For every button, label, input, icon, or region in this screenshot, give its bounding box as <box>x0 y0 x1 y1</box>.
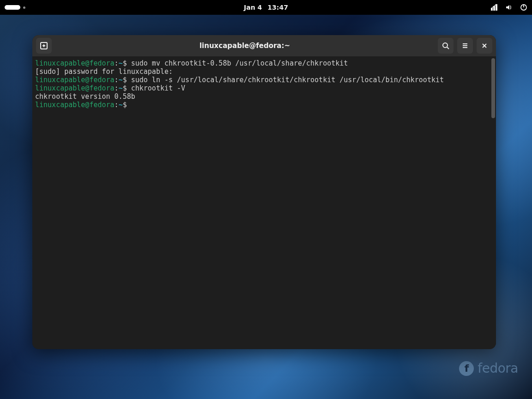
terminal-line: linuxcapable@fedora:~$ <box>35 101 493 109</box>
new-tab-button[interactable] <box>36 38 52 54</box>
activities-pill-icon <box>5 5 20 10</box>
topbar-time: 13:47 <box>267 4 288 11</box>
command-text: chkrootkit -V <box>127 84 185 92</box>
topbar-date: Jan 4 <box>244 4 262 11</box>
prompt-sep: : <box>115 59 119 67</box>
prompt-path: ~ <box>119 59 123 67</box>
output-text: [sudo] password for linuxcapable: <box>35 67 177 76</box>
terminal-titlebar: linuxcapable@fedora:~ <box>32 35 496 56</box>
fedora-watermark: f fedora <box>459 361 518 376</box>
prompt-symbol: $ <box>123 76 127 84</box>
search-icon <box>442 42 449 49</box>
close-button[interactable] <box>477 38 492 54</box>
command-text <box>127 101 131 109</box>
terminal-window: linuxcapable@fedora:~ linuxcapable@fedor… <box>32 35 496 349</box>
prompt-symbol: $ <box>123 84 127 92</box>
activities-area[interactable] <box>5 5 25 10</box>
network-icon <box>490 4 498 11</box>
power-icon <box>520 4 527 11</box>
system-status-area[interactable] <box>490 4 527 11</box>
gnome-topbar: Jan 4 13:47 <box>0 0 532 15</box>
terminal-line: [sudo] password for linuxcapable: <box>35 67 493 76</box>
hamburger-icon <box>461 42 469 49</box>
output-text: chkrootkit version 0.58b <box>35 92 135 101</box>
menu-button[interactable] <box>457 38 473 54</box>
prompt-user: linuxcapable@fedora <box>35 59 115 67</box>
prompt-symbol: $ <box>123 59 127 67</box>
prompt-sep: : <box>115 76 119 84</box>
command-text: sudo ln -s /usr/local/share/chkrootkit/c… <box>127 76 444 84</box>
fedora-icon: f <box>459 361 474 376</box>
terminal-line: linuxcapable@fedora:~$ sudo mv chkrootki… <box>35 59 493 67</box>
svg-rect-0 <box>491 8 493 11</box>
prompt-path: ~ <box>119 84 123 92</box>
prompt-user: linuxcapable@fedora <box>35 76 115 84</box>
terminal-line: linuxcapable@fedora:~$ sudo ln -s /usr/l… <box>35 76 493 84</box>
workspace-dot-icon <box>23 6 25 9</box>
prompt-path: ~ <box>119 101 123 109</box>
prompt-sep: : <box>115 101 119 109</box>
clock-area[interactable]: Jan 4 13:47 <box>244 4 288 11</box>
prompt-user: linuxcapable@fedora <box>35 101 115 109</box>
terminal-body[interactable]: linuxcapable@fedora:~$ sudo mv chkrootki… <box>32 56 496 349</box>
command-text: sudo mv chkrootkit-0.58b /usr/local/shar… <box>127 59 348 67</box>
terminal-scrollbar[interactable] <box>491 58 495 118</box>
search-button[interactable] <box>438 38 453 54</box>
terminal-line: linuxcapable@fedora:~$ chkrootkit -V <box>35 84 493 92</box>
terminal-title: linuxcapable@fedora:~ <box>55 42 434 50</box>
prompt-path: ~ <box>119 76 123 84</box>
prompt-user: linuxcapable@fedora <box>35 84 115 92</box>
svg-point-10 <box>443 43 447 48</box>
svg-line-11 <box>447 47 449 49</box>
plus-icon <box>40 42 48 49</box>
prompt-symbol: $ <box>123 101 127 109</box>
volume-icon <box>505 4 513 11</box>
terminal-line: chkrootkit version 0.58b <box>35 92 493 101</box>
svg-rect-2 <box>496 4 497 11</box>
fedora-text: fedora <box>478 361 518 376</box>
close-icon <box>481 42 488 49</box>
prompt-sep: : <box>115 84 119 92</box>
